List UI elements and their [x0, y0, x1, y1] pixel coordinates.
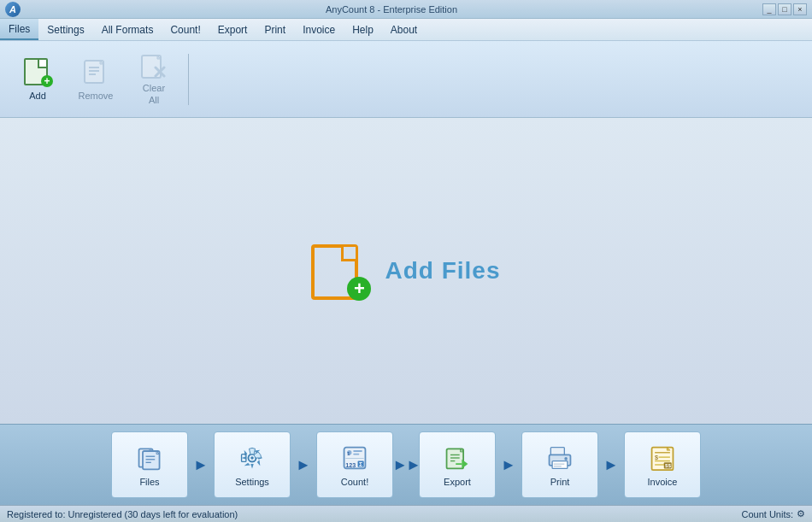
restore-button[interactable]: □ — [778, 3, 791, 15]
menu-help[interactable]: Help — [344, 19, 382, 40]
main-content: + Add Files — [0, 118, 812, 424]
count-step-icon: 1 123 Σ — [339, 443, 370, 473]
menu-bar: Files Settings All Formats Count! Export… — [0, 19, 812, 41]
clear-all-icon — [138, 52, 169, 79]
title-bar-controls[interactable]: _ □ × — [762, 3, 807, 15]
svg-text:123: 123 — [345, 462, 356, 469]
svg-text:Σ: Σ — [359, 461, 363, 468]
remove-button-label: Remove — [79, 91, 114, 102]
svg-text:$$: $$ — [665, 462, 671, 468]
menu-print[interactable]: Print — [256, 19, 294, 40]
menu-files[interactable]: Files — [0, 19, 38, 40]
print-step-icon — [544, 443, 575, 473]
menu-invoice[interactable]: Invoice — [294, 19, 344, 40]
print-step-label: Print — [550, 477, 570, 487]
workflow-files[interactable]: Files — [111, 431, 188, 498]
arrow-4: ► — [496, 452, 521, 478]
menu-count[interactable]: Count! — [162, 19, 209, 40]
arrow-1: ► — [188, 452, 214, 478]
title-bar-text: AnyCount 8 - Enterprise Edition — [21, 4, 762, 15]
add-button[interactable]: + Add — [10, 50, 65, 109]
toolbar: + Add Remove ClearAll — [0, 41, 812, 118]
count-units-icon[interactable]: ⚙ — [797, 508, 805, 519]
svg-rect-25 — [345, 458, 363, 459]
workflow-bar: Files ► Settings ► — [0, 424, 812, 505]
export-step-icon — [442, 443, 473, 473]
title-bar: A AnyCount 8 - Enterprise Edition _ □ × — [0, 0, 812, 19]
arrow-3: ►► — [393, 452, 419, 478]
workflow-print[interactable]: Print — [521, 431, 598, 498]
files-step-icon — [134, 443, 165, 473]
big-add-files-icon: + — [311, 241, 371, 301]
svg-rect-23 — [353, 450, 362, 452]
svg-text:1: 1 — [347, 450, 350, 456]
export-step-label: Export — [444, 477, 471, 487]
count-step-label: Count! — [341, 477, 368, 487]
menu-export[interactable]: Export — [209, 19, 256, 40]
svg-rect-38 — [552, 461, 568, 469]
add-icon: + — [22, 56, 53, 87]
menu-all-formats[interactable]: All Formats — [93, 19, 162, 40]
clear-all-button-label: ClearAll — [143, 83, 165, 105]
status-registration-text: Registered to: Unregistered (30 days lef… — [7, 509, 238, 519]
settings-step-icon — [237, 443, 268, 473]
workflow-count[interactable]: 1 123 Σ Count! — [316, 431, 393, 498]
invoice-step-icon: $ $$ — [647, 443, 678, 473]
files-step-label: Files — [139, 477, 159, 487]
add-files-prompt[interactable]: + Add Files — [311, 241, 500, 301]
workflow-settings[interactable]: Settings — [214, 431, 291, 498]
svg-text:$: $ — [655, 455, 658, 461]
menu-about[interactable]: About — [382, 19, 426, 40]
minimize-button[interactable]: _ — [762, 3, 776, 15]
svg-rect-24 — [353, 454, 359, 455]
add-button-label: Add — [29, 91, 46, 102]
workflow-invoice[interactable]: $ $$ Invoice — [624, 431, 701, 498]
remove-button[interactable]: Remove — [68, 50, 123, 109]
svg-marker-34 — [462, 460, 468, 469]
remove-icon — [80, 56, 111, 87]
menu-settings[interactable]: Settings — [38, 19, 92, 40]
arrow-2: ► — [291, 452, 316, 478]
arrow-5: ► — [598, 452, 624, 478]
status-bar: Registered to: Unregistered (30 days lef… — [0, 505, 812, 522]
clear-all-button[interactable]: ClearAll — [127, 50, 181, 109]
add-files-label: Add Files — [385, 257, 500, 284]
close-button[interactable]: × — [793, 3, 807, 15]
settings-step-label: Settings — [235, 477, 269, 487]
status-right: Count Units: ⚙ — [741, 508, 805, 519]
svg-point-18 — [250, 456, 254, 460]
svg-point-39 — [564, 457, 568, 460]
workflow-export[interactable]: Export — [419, 431, 496, 498]
toolbar-separator — [188, 54, 189, 105]
invoice-step-label: Invoice — [648, 477, 678, 487]
app-logo: A — [5, 2, 21, 17]
count-units-label: Count Units: — [741, 509, 793, 519]
